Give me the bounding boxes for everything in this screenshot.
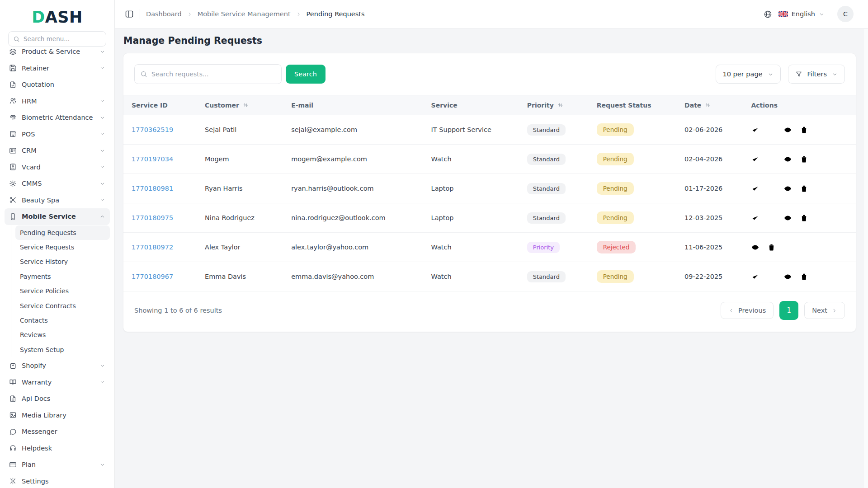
column-label: Actions <box>751 102 778 109</box>
sidebar-subitem-contacts[interactable]: Contacts <box>15 313 110 328</box>
view-button[interactable] <box>783 155 792 164</box>
sidebar-item-crm[interactable]: CRM <box>5 142 110 159</box>
approve-button[interactable] <box>751 214 760 222</box>
reject-button[interactable] <box>767 272 776 281</box>
sort-icon[interactable] <box>557 102 564 108</box>
uk-flag-icon <box>778 11 788 17</box>
service-id-link[interactable]: 1770180975 <box>132 214 173 221</box>
reject-button[interactable] <box>767 214 776 222</box>
sidebar-subitem-reviews[interactable]: Reviews <box>15 328 110 342</box>
sidebar: DASH Product & ServiceRetainerQuotationH… <box>0 0 115 488</box>
topbar-divider <box>140 9 140 19</box>
sidebar-item-pos[interactable]: POS <box>5 126 110 143</box>
sidebar-item-biometric-attendance[interactable]: Biometric Attendance <box>5 109 110 126</box>
file-text-icon <box>9 395 17 403</box>
sidebar-subitem-pending-requests[interactable]: Pending Requests <box>15 225 110 240</box>
column-header-date[interactable]: Date <box>676 95 743 115</box>
service-id-link[interactable]: 1770362519 <box>132 126 173 133</box>
delete-button[interactable] <box>767 243 776 252</box>
sidebar-item-beauty-spa[interactable]: Beauty Spa <box>5 192 110 209</box>
headset-icon <box>9 444 17 452</box>
sidebar-subitem-service-requests[interactable]: Service Requests <box>15 240 110 254</box>
next-page-button[interactable]: Next <box>804 302 845 319</box>
sidebar-item-shopify[interactable]: Shopify <box>5 357 110 374</box>
globe-icon[interactable] <box>764 10 772 19</box>
view-button[interactable] <box>751 243 760 252</box>
service-id-link[interactable]: 1770180972 <box>132 244 173 251</box>
sidebar-subitem-service-policies[interactable]: Service Policies <box>15 284 110 298</box>
view-button[interactable] <box>783 126 792 134</box>
priority-badge: Standard <box>527 124 566 136</box>
sidebar-item-messenger[interactable]: Messenger <box>5 423 110 440</box>
sidebar-item-retainer[interactable]: Retainer <box>5 60 110 77</box>
service-id-link[interactable]: 1770180967 <box>132 273 173 280</box>
filters-button[interactable]: Filters <box>788 65 845 84</box>
sidebar-item-media-library[interactable]: Media Library <box>5 407 110 424</box>
cell-service: Laptop <box>423 203 519 233</box>
sidebar-item-helpdesk[interactable]: Helpdesk <box>5 440 110 457</box>
column-header-priority[interactable]: Priority <box>519 95 589 115</box>
breadcrumb-dashboard[interactable]: Dashboard <box>146 10 182 18</box>
sidebar-item-vcard[interactable]: Vcard <box>5 159 110 176</box>
sidebar-subitem-label: Service Requests <box>20 244 74 251</box>
delete-button[interactable] <box>800 184 808 193</box>
status-badge: Pending <box>597 123 634 136</box>
reject-button[interactable] <box>767 126 776 134</box>
sidebar-item-plan[interactable]: Plan <box>5 456 110 473</box>
chevron-down-icon <box>99 363 105 369</box>
sidebar-item-quotation[interactable]: Quotation <box>5 76 110 93</box>
sort-icon[interactable] <box>704 102 711 108</box>
language-selector[interactable]: English <box>778 10 825 18</box>
sidebar-subitem-service-contracts[interactable]: Service Contracts <box>15 298 110 313</box>
cell-email: mogem@example.com <box>283 145 423 174</box>
sidebar-item-hrm[interactable]: HRM <box>5 93 110 110</box>
sidebar-subitem-label: Service History <box>20 258 68 265</box>
requests-search-input[interactable] <box>151 70 276 78</box>
sidebar-item-product-service[interactable]: Product & Service <box>5 49 110 60</box>
row-actions <box>751 126 856 134</box>
sidebar-item-settings[interactable]: Settings <box>5 473 110 488</box>
sidebar-item-label: Beauty Spa <box>22 197 59 204</box>
brand-logo[interactable]: DASH <box>0 7 114 27</box>
sidebar-item-warranty[interactable]: Warranty <box>5 374 110 391</box>
column-label: Customer <box>205 102 239 109</box>
approve-button[interactable] <box>751 126 760 134</box>
sidebar-item-api-docs[interactable]: Api Docs <box>5 390 110 407</box>
chevron-down-icon <box>99 115 105 121</box>
delete-button[interactable] <box>800 126 808 134</box>
service-id-link[interactable]: 1770197034 <box>132 155 173 163</box>
view-button[interactable] <box>783 214 792 222</box>
page-scrollbar[interactable] <box>863 29 868 488</box>
view-button[interactable] <box>783 184 792 193</box>
delete-button[interactable] <box>800 214 808 222</box>
search-button[interactable]: Search <box>286 65 326 84</box>
reject-button[interactable] <box>767 155 776 164</box>
cell-email: sejal@example.com <box>283 115 423 145</box>
sidebar-toggle-button[interactable] <box>125 9 134 19</box>
approve-button[interactable] <box>751 155 760 164</box>
per-page-select[interactable]: 10 per page <box>716 65 781 84</box>
store-icon <box>9 130 17 138</box>
reject-button[interactable] <box>767 184 776 193</box>
column-header-customer[interactable]: Customer <box>197 95 283 115</box>
cell-service: Watch <box>423 145 519 174</box>
delete-button[interactable] <box>800 272 808 281</box>
sidebar-item-mobile-service[interactable]: Mobile Service <box>5 208 110 225</box>
file-check-icon <box>9 81 17 89</box>
approve-button[interactable] <box>751 272 760 281</box>
sidebar-subitem-service-history[interactable]: Service History <box>15 254 110 269</box>
delete-button[interactable] <box>800 155 808 164</box>
approve-button[interactable] <box>751 184 760 193</box>
sidebar-item-cmms[interactable]: CMMS <box>5 175 110 192</box>
service-id-link[interactable]: 1770180981 <box>132 185 173 192</box>
current-page-button[interactable]: 1 <box>779 301 798 320</box>
chevron-down-icon <box>832 71 838 77</box>
view-button[interactable] <box>783 272 792 281</box>
breadcrumb-mobile-service-management[interactable]: Mobile Service Management <box>198 10 291 18</box>
sidebar-subitem-system-setup[interactable]: System Setup <box>15 343 110 357</box>
previous-page-button[interactable]: Previous <box>721 302 774 319</box>
user-avatar[interactable]: C <box>837 6 854 22</box>
sidebar-subitem-payments[interactable]: Payments <box>15 269 110 284</box>
sidebar-search-input[interactable] <box>24 35 101 42</box>
sort-icon[interactable] <box>242 102 249 108</box>
